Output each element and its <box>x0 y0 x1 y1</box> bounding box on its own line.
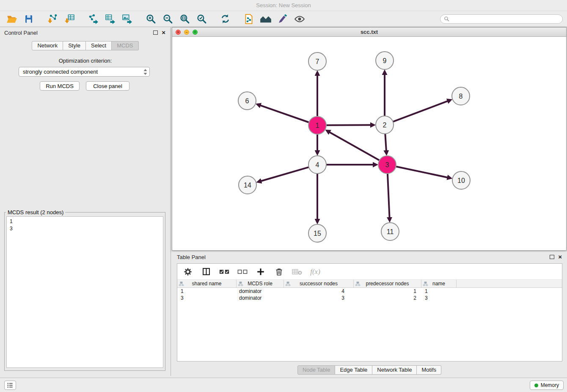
network-window-titlebar[interactable]: × – + scc.txt <box>172 28 566 37</box>
tab-mcds[interactable]: MCDS <box>112 41 138 50</box>
toolbar-separator <box>38 19 43 19</box>
table-row[interactable]: 3dominator323 <box>177 295 562 301</box>
show-column-button[interactable] <box>201 266 212 277</box>
graph-node-label: 15 <box>314 230 321 237</box>
plus-icon <box>256 267 265 276</box>
graph-edge-2-8[interactable] <box>394 101 448 122</box>
tab-edge-table[interactable]: Edge Table <box>335 365 372 375</box>
show-panels-button[interactable] <box>4 381 16 390</box>
table-cell: 3 <box>421 295 457 301</box>
network-document-button[interactable] <box>241 12 256 26</box>
table-settings-button[interactable] <box>182 266 193 277</box>
graph-edge-1-6[interactable] <box>260 105 308 122</box>
tab-node-table[interactable]: Node Table <box>297 365 336 375</box>
graph-node-label: 1 <box>316 122 319 129</box>
delete-table-icon <box>292 268 302 276</box>
float-panel-icon[interactable] <box>153 30 158 35</box>
maximize-window-icon[interactable]: + <box>193 30 198 35</box>
refresh-view-button[interactable] <box>217 12 233 26</box>
zoom-selected-button[interactable] <box>194 12 209 26</box>
memory-button[interactable]: Memory <box>530 381 564 390</box>
houses-icon <box>260 13 272 25</box>
graph-edge-3-1[interactable] <box>330 132 379 160</box>
export-network-button[interactable] <box>85 12 101 26</box>
table-panel-title: Table Panel <box>177 254 206 260</box>
zoom-fit-button[interactable] <box>177 12 192 26</box>
table-cell: dominator <box>237 288 284 295</box>
criterion-selected-value: strongly connected component <box>23 69 98 75</box>
save-session-button[interactable] <box>21 12 36 26</box>
first-neighbors-button[interactable] <box>258 12 273 26</box>
criterion-select[interactable]: strongly connected component <box>19 67 150 77</box>
mcds-result-text[interactable]: 1 3 <box>6 216 163 368</box>
import-network-button[interactable] <box>45 12 60 26</box>
table-cell: 2 <box>354 295 421 301</box>
close-table-panel-icon[interactable]: × <box>558 254 562 259</box>
gear-icon <box>183 267 193 276</box>
export-table-icon <box>105 14 116 24</box>
graph-edge-1-2[interactable] <box>327 125 371 125</box>
delete-column-button[interactable] <box>273 266 284 277</box>
window-controls: × – + <box>176 30 198 35</box>
search-box[interactable] <box>440 14 563 24</box>
close-panel-icon[interactable]: × <box>162 30 165 35</box>
graph-edge-3-10[interactable] <box>396 167 448 178</box>
memory-status-icon <box>534 384 538 387</box>
fx-icon: f(x) <box>310 268 320 276</box>
delete-table-button[interactable] <box>292 266 303 277</box>
unselect-all-button[interactable] <box>237 266 248 277</box>
table-row[interactable]: 1dominator411 <box>177 288 562 295</box>
main-toolbar <box>0 11 567 27</box>
column-header-label: name <box>432 281 445 287</box>
tab-style[interactable]: Style <box>63 41 86 50</box>
network-view-window: × – + scc.txt 7968124314101511 <box>172 27 567 251</box>
split-columns-icon <box>202 267 211 276</box>
table-cell: 3 <box>284 295 354 301</box>
export-image-icon <box>122 14 132 24</box>
graph-edge-2-3[interactable] <box>385 134 386 151</box>
create-column-button[interactable] <box>255 266 266 277</box>
trash-icon <box>275 267 284 276</box>
eye-icon <box>294 14 305 25</box>
open-session-button[interactable] <box>4 12 19 26</box>
column-header-label: shared name <box>192 281 221 287</box>
mcds-result-title: MCDS result (2 nodes) <box>6 209 65 215</box>
unselect-all-icon <box>237 268 248 276</box>
search-input[interactable] <box>451 16 559 22</box>
close-panel-button[interactable]: Close panel <box>86 81 129 91</box>
export-table-button[interactable] <box>102 12 118 26</box>
tab-motifs[interactable]: Motifs <box>417 365 441 375</box>
network-canvas[interactable]: 7968124314101511 <box>172 37 566 250</box>
column-header-successor-nodes[interactable]: successor nodes <box>284 280 354 287</box>
toolbar-separator <box>79 19 84 19</box>
column-header-predecessor-nodes[interactable]: predecessor nodes <box>354 280 421 287</box>
apply-style-button[interactable] <box>275 12 290 26</box>
select-all-button[interactable] <box>219 266 230 277</box>
column-header-shared-name[interactable]: shared name <box>177 280 237 287</box>
zoom-out-button[interactable] <box>160 12 175 26</box>
column-header-name[interactable]: name <box>421 280 457 287</box>
graph-node-label: 7 <box>316 58 319 65</box>
export-image-button[interactable] <box>119 12 135 26</box>
float-table-panel-icon[interactable] <box>550 255 554 259</box>
save-icon <box>24 14 34 24</box>
minimize-window-icon[interactable]: – <box>184 30 189 35</box>
graph-edge-3-11[interactable] <box>388 174 390 218</box>
import-table-button[interactable] <box>62 12 77 26</box>
function-builder-button[interactable]: f(x) <box>310 266 321 277</box>
show-graphics-details-button[interactable] <box>292 12 307 26</box>
column-header-label: successor nodes <box>300 281 338 287</box>
graph-edge-4-14[interactable] <box>261 167 308 181</box>
attribute-icon <box>355 281 361 287</box>
column-header-mcds-role[interactable]: MCDS role <box>237 280 284 287</box>
zoom-in-button[interactable] <box>143 12 158 26</box>
tab-network[interactable]: Network <box>32 41 63 50</box>
control-panel-title: Control Panel <box>4 30 38 36</box>
status-bar: Memory <box>0 378 567 392</box>
close-window-icon[interactable]: × <box>176 30 181 35</box>
tab-select[interactable]: Select <box>86 41 112 50</box>
run-mcds-button[interactable]: Run MCDS <box>40 81 80 91</box>
tab-network-table[interactable]: Network Table <box>372 365 417 375</box>
table-panel-content: f(x) shared name <box>177 263 562 362</box>
table-cell: 4 <box>284 288 354 295</box>
